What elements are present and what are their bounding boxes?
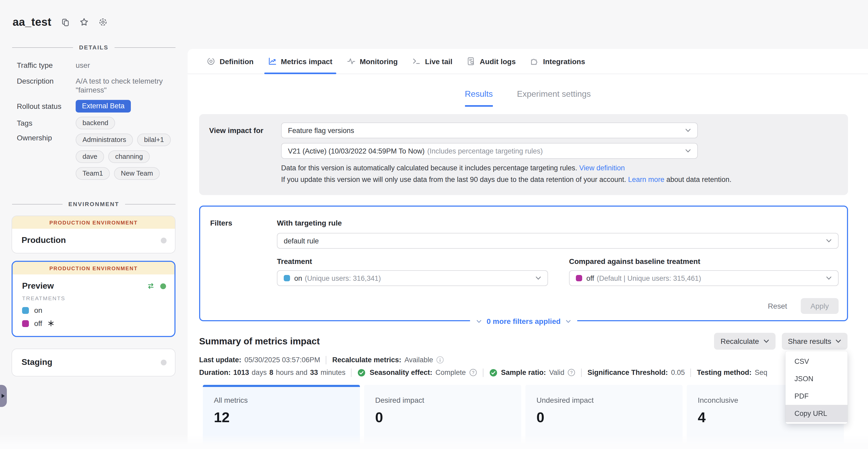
owner-pill[interactable]: bilal+1 [137,133,171,146]
metric-summary-cards: All metrics 12 Desired impact 0 Undesire… [203,385,868,449]
chevron-right-icon [2,394,7,398]
version-select[interactable]: V21 (Active) (10/03/2022 04:59PM To Now)… [281,143,698,159]
tag-pill[interactable]: backend [76,117,115,129]
copy-icon[interactable] [61,18,70,27]
puzzle-icon [530,57,539,66]
targeting-rule-value: default rule [284,237,319,245]
seasonality-value: Complete [436,368,466,377]
app-viewport: aa_test DETAILS [0,0,868,449]
info-icon[interactable] [436,356,444,364]
targeting-rule-select[interactable]: default rule [277,233,839,249]
divider [326,356,327,364]
sidebar-expand-handle[interactable] [0,385,7,407]
tab-metrics-impact[interactable]: Metrics impact [268,49,332,73]
card-label: All metrics [214,396,360,404]
tab-label: Metrics impact [281,57,332,65]
tags-label: Tags [17,119,76,127]
card-label: Desired impact [375,396,521,404]
chevron-down-icon [476,320,481,323]
results-subtabs: Results Experiment settings [188,89,868,107]
environment-card-staging[interactable]: Staging [11,349,176,377]
status-dot [161,359,166,365]
star-icon[interactable] [79,17,89,27]
retention-note: If you update this version we will only … [281,176,848,183]
testing-method-label: Testing method: [697,368,752,377]
share-results-button-label: Share results [788,337,831,346]
swap-arrows-icon[interactable] [147,282,155,290]
tab-label: Audit logs [480,57,516,65]
owner-pill[interactable]: dave [76,150,104,163]
seasonality-label: Seasonality effect: [370,368,432,377]
owner-pill[interactable]: Team1 [76,167,110,180]
tab-monitoring[interactable]: Monitoring [346,49,398,73]
apply-button[interactable]: Apply [801,298,839,314]
flag-header: aa_test [0,0,185,28]
share-results-button[interactable]: Share results [781,333,847,350]
recalculate-metrics-value: Available [404,356,433,364]
card-value: 0 [536,410,683,426]
divider [581,368,582,377]
more-filters-toggle[interactable]: 0 more filters applied [470,317,578,326]
treatment-label: Treatment [277,257,548,266]
baseline-treatment-label: Compared against baseline treatment [569,257,839,266]
summary-header: Summary of metrics impact Recalculate Sh… [199,333,847,350]
subtab-experiment-settings[interactable]: Experiment settings [517,89,591,107]
treatment-name: on [34,306,42,315]
view-impact-section: View impact for Feature flag versions V2… [199,114,848,195]
filters-label: Filters [210,219,232,227]
tab-definition[interactable]: Definition [207,49,253,73]
duration-unit: days [252,368,267,377]
environment-card-production[interactable]: PRODUCTION ENVIRONMENT Production [11,215,176,253]
question-icon[interactable]: ? [567,368,575,377]
version-type-select[interactable]: Feature flag versions [281,122,698,138]
tab-live-tail[interactable]: Live tail [412,49,453,73]
view-definition-link[interactable]: View definition [579,164,625,172]
menu-item-csv[interactable]: CSV [785,353,847,370]
menu-item-json[interactable]: JSON [785,370,847,388]
environment-name: Production [22,236,161,245]
status-dot [161,237,166,243]
card-undesired-impact[interactable]: Undesired impact 0 [525,385,683,449]
chevron-down-icon [826,239,832,243]
treatments-header: TREATMENTS [22,295,166,301]
card-all-metrics[interactable]: All metrics 12 [203,385,360,449]
filters-section: Filters With targeting rule default rule… [199,206,848,321]
learn-more-link[interactable]: Learn more [628,176,664,183]
question-icon[interactable]: ? [469,368,477,377]
duration-unit: hours and [276,368,307,377]
retention-note-text: If you update this version we will only … [281,176,626,183]
last-update-label: Last update: [199,356,242,364]
environment-card-preview[interactable]: PRODUCTION ENVIRONMENT Preview TREATMENT… [11,261,176,337]
chevron-down-icon [763,339,769,343]
tab-audit-logs[interactable]: Audit logs [467,49,516,73]
divider [691,368,691,377]
subtab-results[interactable]: Results [465,89,493,107]
rollout-status-badge: External Beta [76,100,131,113]
gear-icon[interactable] [98,17,108,27]
recalculate-button[interactable]: Recalculate [714,333,775,350]
divider [351,368,352,377]
treatment-on-swatch [22,307,29,313]
treatment-select[interactable]: on (Unique users: 316,341) [277,270,548,286]
ownership-label: Ownership [17,133,76,180]
card-value: 0 [375,410,521,426]
tab-integrations[interactable]: Integrations [530,49,585,73]
check-circle-icon [358,368,366,377]
version-value: V21 (Active) (10/03/2022 04:59PM To Now) [288,147,425,155]
owner-pill[interactable]: New Team [114,167,160,180]
reset-button[interactable]: Reset [768,302,787,310]
owner-pill[interactable]: channing [108,150,150,163]
treatment-value: on [294,274,302,282]
check-circle-icon [489,368,497,377]
tab-label: Integrations [543,57,585,65]
tab-label: Live tail [425,57,453,65]
details-fields: Traffic type user Description A/A test t… [0,61,185,180]
menu-item-copy-url[interactable]: Copy URL [785,405,847,422]
menu-item-pdf[interactable]: PDF [785,388,847,405]
baseline-treatment-select[interactable]: off (Default | Unique users: 315,461) [569,270,839,286]
retention-tail-text: about data retention. [666,176,732,183]
tabs-bar: Definition Metrics impact [188,49,868,74]
owner-pill[interactable]: Administrators [76,133,133,146]
card-desired-impact[interactable]: Desired impact 0 [364,385,521,449]
more-filters-label: 0 more filters applied [487,317,561,326]
